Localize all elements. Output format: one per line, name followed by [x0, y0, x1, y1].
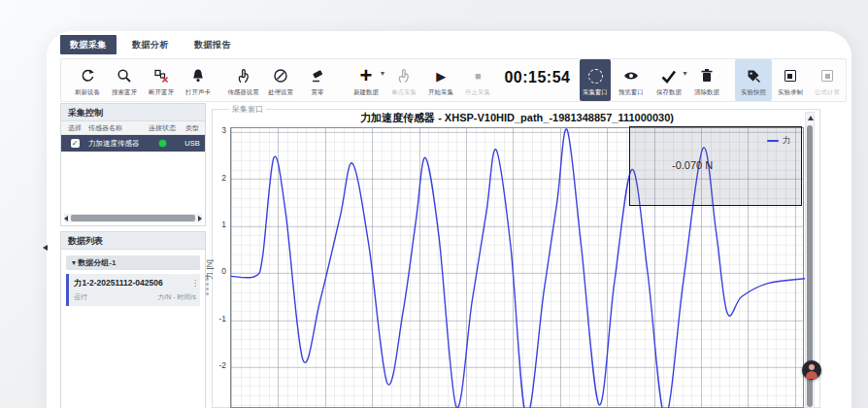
y-tick: 3 [211, 125, 226, 135]
play-icon: ▶ [436, 67, 446, 85]
formula-square-icon [821, 67, 833, 85]
data-item-status: 运行 [74, 292, 87, 302]
refresh-icon [80, 67, 95, 85]
circle-slash-icon [273, 67, 288, 85]
sensor-name: 力加速度传感器 [88, 139, 145, 149]
collection-window-button[interactable]: 采集窗口 [580, 59, 611, 101]
tab-data-collection[interactable]: 数据采集 [60, 35, 117, 54]
data-item-axes: 力/N - 时间/s [157, 292, 196, 302]
disconnect-bluetooth-button[interactable]: 断开蓝牙 [143, 59, 180, 101]
data-list-panel: 数据列表 ▾ 数据分组-1 力1-2-20251112-042506 运行 力/… [60, 231, 206, 408]
chart-legend: 力 [767, 135, 791, 147]
collection-timer: 00:15:54 [504, 69, 570, 86]
formula-calc-button[interactable]: 公式计算 [809, 59, 846, 101]
clear-data-button[interactable]: 清除数据 [688, 59, 725, 101]
trash-icon [700, 67, 714, 85]
new-data-button[interactable]: + 新建数据 [348, 59, 384, 101]
status-connected-dot [159, 140, 166, 147]
eraser-flag-icon [310, 67, 325, 85]
person-icon [809, 364, 815, 370]
data-item-title: 力1-2-20251112-042506 [74, 278, 196, 289]
record-square-icon [785, 67, 796, 85]
main-tab-bar: 数据采集 数据分析 数据报告 [60, 35, 241, 54]
sensor-settings-button[interactable]: 传感器设置 [225, 59, 262, 101]
measurement-annotation: -0.070 N [672, 159, 713, 171]
new-data-dropdown-caret[interactable]: ▾ [381, 69, 384, 78]
scroll-left-arrow[interactable] [64, 216, 68, 221]
refresh-device-button[interactable]: 刷新设备 [69, 59, 106, 101]
eye-icon [623, 67, 639, 85]
item-menu-icon[interactable]: ⋮ [191, 279, 199, 288]
legend-swatch [767, 140, 779, 143]
dashed-circle-icon [588, 67, 603, 85]
open-soundcard-button[interactable]: 打开声卡 [180, 59, 217, 101]
tab-data-report[interactable]: 数据报告 [184, 35, 241, 54]
save-data-dropdown-caret[interactable]: ▾ [684, 69, 687, 78]
start-collect-button[interactable]: ▶ 开始采集 [422, 59, 459, 101]
experiment-snapshot-button[interactable]: 实验快照 [735, 59, 772, 101]
legend-series-label: 力 [783, 135, 791, 147]
save-data-button[interactable]: 保存数据 [650, 59, 686, 101]
chart-title: 力加速度传感器 - XHSP-V10HID_path_-1981348857_1… [230, 111, 804, 125]
stop-icon: ■ [475, 67, 482, 85]
bluetooth-disconnect-icon [153, 67, 169, 85]
single-point-collect-button[interactable]: 单点采集 [385, 59, 422, 101]
data-list-title: 数据列表 [61, 232, 205, 250]
collection-control-title: 采集控制 [61, 104, 205, 121]
scroll-right-arrow[interactable] [198, 216, 202, 221]
check-icon [660, 67, 677, 85]
floating-assistant-button[interactable] [802, 360, 821, 380]
y-tick: 2 [211, 173, 226, 183]
table-row[interactable]: ✓ 力加速度传感器 USB [61, 135, 205, 152]
scroll-up-arrow[interactable] [808, 116, 814, 120]
data-list-item[interactable]: 力1-2-20251112-042506 运行 力/N - 时间/s ⋮ [66, 274, 200, 306]
preview-window-button[interactable]: 预览窗口 [613, 59, 650, 101]
data-group-header[interactable]: ▾ 数据分组-1 [66, 255, 200, 270]
sidebar-collapse-arrow-icon[interactable] [43, 245, 48, 251]
y-tick: 0 [211, 266, 226, 276]
search-bluetooth-button[interactable]: 搜索蓝牙 [106, 59, 143, 101]
toolbar: 刷新设备 搜索蓝牙 断开蓝牙 打开声卡 传感器设置 处理设置 置零 + 新建数据… [60, 58, 847, 102]
y-tick: -1 [211, 314, 226, 323]
processing-settings-button[interactable]: 处理设置 [262, 59, 299, 101]
snapshot-tag-icon [746, 67, 761, 85]
set-zero-button[interactable]: 置零 [299, 59, 336, 101]
tab-data-analysis[interactable]: 数据分析 [122, 35, 179, 54]
horizontal-scrollbar[interactable] [64, 214, 202, 222]
horizontal-scroll-thumb[interactable] [71, 215, 195, 221]
y-tick: -2 [211, 360, 226, 370]
hand-gesture-icon [396, 67, 412, 85]
plus-icon: + [360, 67, 373, 85]
sensor-checkbox[interactable]: ✓ [71, 139, 80, 148]
search-icon [117, 67, 132, 85]
hand-gesture-icon [236, 67, 251, 85]
y-tick: 1 [211, 220, 226, 229]
experiment-record-button[interactable]: 实验录制 [772, 59, 809, 101]
sensor-type: USB [180, 139, 205, 148]
bell-icon [190, 67, 206, 85]
sensor-table-header: 选择 传感器名称 连接状态 类型 [61, 121, 205, 135]
collection-control-panel: 采集控制 选择 传感器名称 连接状态 类型 ✓ 力加速度传感器 USB [60, 103, 206, 226]
stop-collect-button[interactable]: ■ 停止采集 [459, 59, 496, 101]
